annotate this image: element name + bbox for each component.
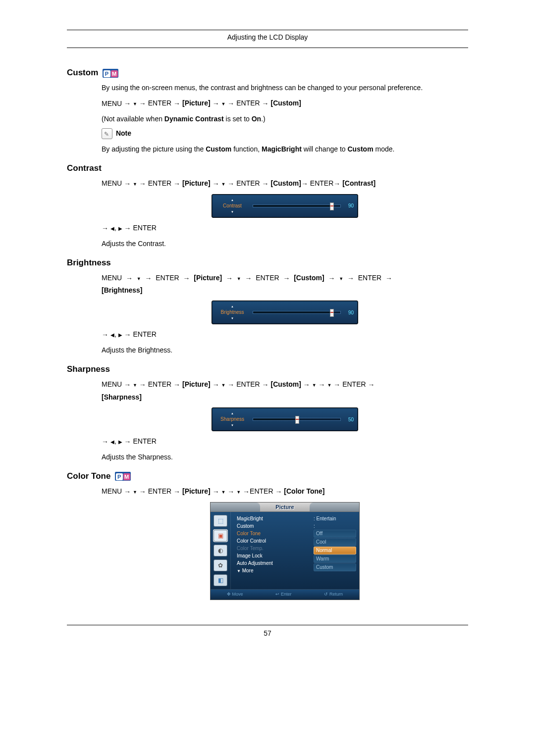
osd-footer: ✥ Move ↩ Enter ↺ Return [211, 589, 359, 600]
osd-values: : Entertain : OffCoolNormalWarmCustom [314, 515, 356, 587]
footer-move: ✥ Move [227, 591, 243, 598]
heading-custom: Custom PM [67, 68, 468, 78]
osd-menu-items: MagicBright Custom Color Tone Color Cont… [237, 515, 314, 587]
brightness-value: 90 [344, 309, 354, 316]
osd-title-bar: Picture [211, 503, 359, 512]
arrow-up-icon: ▲ [215, 198, 250, 202]
note-row: Note [102, 128, 468, 139]
picture-osd-menu: Picture ⬚ ▣ ◐ ✿ ◧ MagicBright Custom [210, 502, 360, 600]
footer-enter: ↩ Enter [275, 591, 291, 598]
heading-brightness: Brightness [67, 258, 468, 268]
nav-path-color-tone: MENU → ▼ → ENTER → [Picture] → ▼ → ▼ →EN… [102, 486, 468, 497]
arrow-down-icon: ▼ [215, 316, 250, 321]
sharpness-slider-track[interactable] [253, 418, 341, 421]
osd-sidebar-icons: ⬚ ▣ ◐ ✿ ◧ [211, 512, 231, 589]
custom-note-text: By adjusting the picture using the Custo… [102, 144, 468, 154]
nav-path-brightness-adjust: → ◀, ▶ → ENTER [102, 329, 468, 340]
heading-custom-text: Custom [67, 68, 98, 77]
setup-icon[interactable]: ✿ [214, 559, 227, 571]
nav-path-contrast-adjust: → ◀, ▶ → ENTER [102, 223, 468, 234]
page: Adjusting the LCD Display Custom PM By u… [67, 30, 468, 652]
menu-color-tone[interactable]: Color Tone [237, 530, 314, 537]
contrast-slider-fill [253, 205, 331, 207]
heading-contrast: Contrast [67, 163, 468, 173]
footer-rule [67, 625, 468, 625]
color-tone-option-custom[interactable]: Custom [314, 563, 356, 571]
slider-label: Sharpness [220, 416, 244, 422]
brightness-desc: Adjusts the Brightness. [102, 345, 468, 355]
contrast-desc: Adjusts the Contrast. [102, 239, 468, 249]
nav-path-sharpness-adjust: → ◀, ▶ → ENTER [102, 436, 468, 447]
arrow-up-icon: ▲ [215, 411, 250, 416]
arrow-up-icon: ▲ [215, 304, 250, 309]
input-icon[interactable]: ⬚ [214, 515, 227, 527]
contrast-value: 90 [344, 202, 354, 209]
menu-color-control[interactable]: Color Control [237, 537, 314, 545]
slider-label: Brightness [220, 309, 244, 315]
sharpness-desc: Adjusts the Sharpness. [102, 452, 468, 462]
menu-color-temp: Color Temp. [237, 545, 314, 552]
brightness-slider-osd: ▲ Brightness ▼ 90 [212, 301, 358, 324]
menu-custom[interactable]: Custom [237, 522, 314, 530]
slider-label: Contrast [223, 203, 242, 208]
magicbright-value: Entertain [317, 516, 336, 521]
page-number: 57 [67, 626, 468, 637]
osd-title: Picture [275, 504, 294, 510]
sharpness-slider-thumb[interactable] [295, 416, 299, 424]
heading-sharpness: Sharpness [67, 364, 468, 374]
nav-path-sharpness: MENU → ▼ → ENTER → [Picture] → ▼ → ENTER… [102, 379, 468, 390]
nav-path-brightness: MENU → ▼ → ENTER → [Picture] → ▼ → ENTER… [102, 273, 468, 284]
arrow-down-icon: ▼ [215, 423, 250, 428]
multi-icon[interactable]: ◧ [214, 574, 227, 586]
color-tone-option-normal[interactable]: Normal [314, 547, 356, 554]
color-tone-option-off[interactable]: Off [314, 530, 356, 538]
sharpness-slider-osd: ▲ Sharpness ▼ 50 [212, 407, 358, 431]
nav-path-contrast: MENU → ▼ → ENTER → [Picture] → ▼ → ENTER… [102, 178, 468, 189]
picture-icon[interactable]: ▣ [214, 530, 227, 542]
footer-return: ↺ Return [324, 591, 343, 598]
sound-icon[interactable]: ◐ [214, 545, 227, 556]
brightness-slider-thumb[interactable] [330, 309, 334, 317]
custom-not-available: (Not available when Dynamic Contrast is … [102, 114, 468, 124]
pm-badge-icon: PM [103, 69, 118, 78]
arrow-down-icon: ▼ [215, 209, 250, 214]
menu-more[interactable]: ▼ More [237, 567, 314, 574]
contrast-slider-osd: ▲ Contrast ▼ 90 [212, 194, 358, 218]
custom-paragraph-1: By using the on-screen menus, the contra… [102, 83, 468, 93]
note-label: Note [116, 129, 131, 137]
running-header: Adjusting the LCD Display [67, 31, 468, 44]
heading-color-tone: Color Tone PM [67, 471, 468, 481]
brightness-slider-track[interactable] [253, 311, 341, 314]
sharpness-value: 50 [344, 416, 354, 423]
menu-magicbright[interactable]: MagicBright [237, 515, 314, 522]
top-rule-2 [67, 48, 468, 48]
contrast-slider-track[interactable] [253, 204, 341, 207]
color-tone-option-warm[interactable]: Warm [314, 555, 356, 563]
menu-auto-adjustment[interactable]: Auto Adjustment [237, 559, 314, 567]
color-tone-option-cool[interactable]: Cool [314, 538, 356, 546]
pm-badge-icon: PM [115, 472, 131, 481]
note-icon [102, 128, 112, 139]
contrast-slider-thumb[interactable] [330, 202, 334, 210]
menu-image-lock[interactable]: Image Lock [237, 552, 314, 559]
top-rule [67, 30, 468, 30]
nav-path-custom: MENU → ▼ → ENTER → [Picture] → ▼ → ENTER… [102, 98, 468, 109]
